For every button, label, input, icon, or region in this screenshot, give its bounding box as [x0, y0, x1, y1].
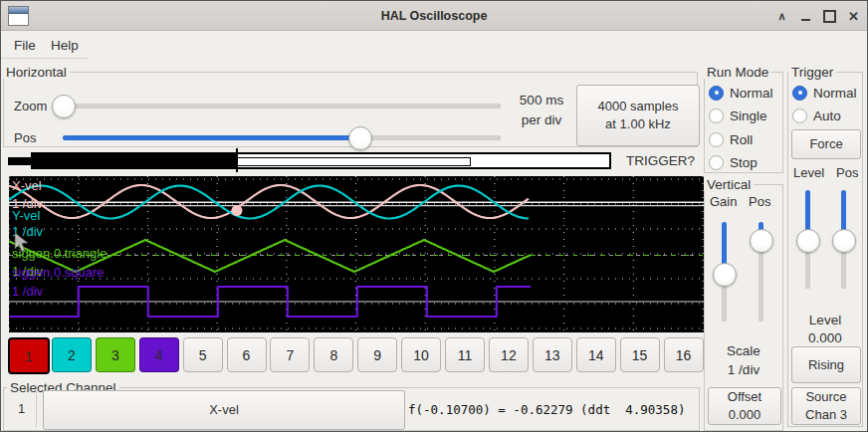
radio-icon: [709, 155, 724, 170]
channel-button-12[interactable]: 12: [489, 337, 529, 372]
channel-button-4[interactable]: 4: [139, 337, 179, 372]
radio-label: Auto: [813, 108, 841, 123]
channel-button-9[interactable]: 9: [357, 337, 397, 372]
record-bar-stub: [8, 157, 31, 165]
vertical-pos-label: Pos: [749, 194, 770, 209]
radio-icon: [792, 108, 807, 123]
trigger-edge-button[interactable]: Rising: [791, 346, 861, 383]
channel-button-13[interactable]: 13: [533, 337, 572, 372]
vertical-pos-slider-handle[interactable]: [750, 229, 773, 253]
selected-channel-divider: [36, 391, 37, 427]
trigger-pos-column-label: Pos: [836, 165, 858, 180]
force-button[interactable]: Force: [791, 129, 861, 159]
offset-button[interactable]: Offset 0.000: [708, 387, 781, 425]
maximize-icon[interactable]: [822, 8, 837, 24]
radio-icon: [709, 86, 724, 101]
menu-help[interactable]: Help: [51, 38, 79, 53]
close-icon[interactable]: ✕: [846, 8, 861, 24]
channel-button-3[interactable]: 3: [96, 337, 135, 372]
titlebar[interactable]: HAL Oscilloscope ∧ ✕: [1, 1, 867, 31]
zoom-slider-track[interactable]: [53, 104, 501, 108]
trigger-level-column-label: Level: [793, 165, 824, 180]
run-mode-radio-normal[interactable]: Normal: [709, 85, 773, 101]
channel-button-11[interactable]: 11: [445, 337, 485, 372]
channel-button-2[interactable]: 2: [52, 337, 92, 372]
channel-button-1[interactable]: 1: [8, 337, 50, 374]
radio-label: Roll: [730, 132, 753, 147]
channel-button-15[interactable]: 15: [620, 337, 660, 372]
radio-icon: [709, 108, 724, 123]
channel-button-7[interactable]: 7: [270, 337, 310, 372]
record-bar-fill: [33, 154, 237, 167]
channel-button-6[interactable]: 6: [227, 337, 267, 372]
horizontal-group-title: Horizontal: [3, 66, 70, 79]
shade-icon[interactable]: ∧: [774, 8, 789, 24]
scope-display[interactable]: X-vel1 /divY-vel1 /divsiggen.0.triangle1…: [9, 176, 704, 332]
record-bar: [31, 152, 611, 169]
selected-channel-number: 1: [18, 401, 25, 416]
minimize-icon[interactable]: [798, 8, 813, 24]
vertical-scale-caption: Scale: [704, 343, 783, 358]
channel-button-8[interactable]: 8: [314, 337, 353, 372]
menubar: File Help: [1, 31, 867, 59]
trigger-status-label: TRIGGER?: [626, 153, 695, 168]
selected-channel-name-button[interactable]: X-vel: [43, 390, 405, 430]
vertical-title: Vertical: [704, 178, 754, 191]
scope-channel-label: Y-vel: [12, 208, 41, 223]
menubar-divider: [1, 58, 88, 59]
trigger-radio-auto[interactable]: Auto: [792, 108, 841, 123]
radio-icon: [792, 86, 807, 101]
scope-channel-label: 1 /div: [12, 284, 44, 299]
pos-slider-fill: [63, 135, 359, 140]
pos-slider-label: Pos: [14, 130, 36, 145]
run-mode-radio-stop[interactable]: Stop: [709, 154, 758, 170]
trigger-pos-slider-handle[interactable]: [832, 229, 856, 253]
scope-channel-label: X-vel: [12, 178, 42, 193]
trigger-source-button[interactable]: Source Chan 3: [791, 387, 861, 425]
channel-button-14[interactable]: 14: [576, 337, 616, 372]
zoom-slider-handle[interactable]: [52, 95, 76, 118]
trigger-position-tick: [236, 148, 238, 172]
hal-oscilloscope-window: HAL Oscilloscope ∧ ✕ File Help Horizonta…: [0, 0, 868, 432]
pos-slider-handle[interactable]: [348, 126, 372, 150]
vertical-gain-slider-handle[interactable]: [713, 263, 737, 287]
window-title: HAL Oscilloscope: [1, 1, 867, 31]
trigger-radio-normal[interactable]: Normal: [792, 85, 857, 101]
channel-button-16[interactable]: 16: [664, 337, 704, 372]
channel-button-10[interactable]: 10: [401, 337, 441, 372]
trigger-level-slider-handle[interactable]: [796, 229, 820, 253]
run-mode-radio-roll[interactable]: Roll: [709, 131, 753, 147]
radio-label: Normal: [813, 86, 857, 101]
radio-label: Stop: [730, 155, 758, 170]
radio-icon: [709, 132, 724, 147]
record-bar-window: [237, 157, 471, 166]
radio-label: Single: [730, 108, 767, 123]
run-mode-title: Run Mode: [704, 66, 771, 79]
scope-channel-label: siggen.0.square: [12, 265, 105, 280]
trigger-level-caption: Level: [787, 313, 863, 327]
samples-button[interactable]: 4000 samples at 1.00 kHz: [576, 85, 700, 146]
selected-sample-marker: [232, 205, 243, 216]
menu-file[interactable]: File: [14, 38, 36, 53]
channel-button-5[interactable]: 5: [183, 337, 223, 372]
run-mode-radio-single[interactable]: Single: [709, 108, 767, 123]
zoom-slider-label: Zoom: [14, 99, 47, 113]
radio-label: Normal: [730, 86, 773, 101]
window-controls: ∧ ✕: [774, 1, 861, 31]
vertical-gain-label: Gain: [710, 194, 737, 209]
scope-channel-label: siggen.0.triangle: [12, 246, 107, 261]
window-icon: [8, 6, 29, 26]
time-per-div-label: 500 ms per div: [511, 91, 572, 130]
trigger-level-value: 0.000: [787, 330, 863, 345]
vertical-scale-value: 1 /div: [704, 362, 783, 377]
channel-readout: f(-0.10700) = -0.62279 (ddt 4.90358): [408, 402, 685, 417]
trigger-title: Trigger: [788, 66, 836, 79]
